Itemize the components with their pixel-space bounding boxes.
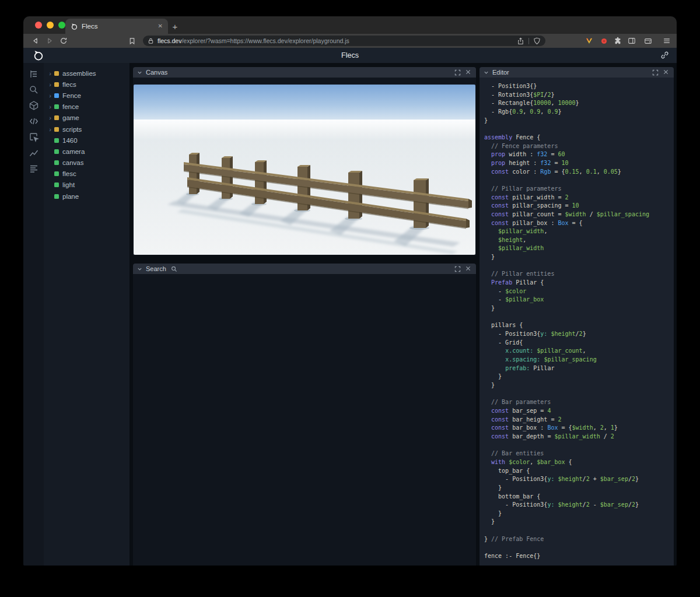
red-circle-extension-icon[interactable] xyxy=(599,34,608,48)
extensions-puzzle-icon[interactable] xyxy=(613,34,622,48)
code-line[interactable]: assembly Fence { xyxy=(484,134,674,142)
code-line[interactable]: } xyxy=(484,381,674,390)
code-line[interactable]: x.count: $pillar_count, xyxy=(484,347,674,356)
code-line[interactable] xyxy=(484,543,674,552)
tree-item-flecs[interactable]: ›flecs xyxy=(44,79,130,90)
chart-icon[interactable] xyxy=(29,148,39,158)
code-line[interactable]: x.spacing: $pillar_spacing xyxy=(484,356,674,364)
code-line[interactable] xyxy=(484,262,674,271)
tree-item-assemblies[interactable]: ›assemblies xyxy=(44,68,130,79)
code-line[interactable]: const pillar_count = $width / $pillar_sp… xyxy=(484,210,674,219)
code-line[interactable]: - Position3{y: $height/2 + $bar_sep/2} xyxy=(484,475,674,484)
close-panel-icon[interactable] xyxy=(466,266,472,272)
code-line[interactable]: const pillar_width = 2 xyxy=(484,194,674,202)
tree-item-fence[interactable]: ›fence xyxy=(44,101,130,113)
new-tab-button[interactable]: + xyxy=(168,19,182,34)
entities-cube-icon[interactable] xyxy=(29,100,39,111)
inspect-cursor-icon[interactable] xyxy=(29,132,39,142)
back-button[interactable] xyxy=(29,34,42,48)
bookmark-sidebar-icon[interactable] xyxy=(126,34,138,48)
expand-chevron-icon[interactable]: › xyxy=(47,92,53,99)
flecs-logo-icon[interactable] xyxy=(33,50,44,61)
address-bar[interactable]: flecs.dev/explorer/?wasm=https://www.fle… xyxy=(143,36,545,46)
close-panel-icon[interactable] xyxy=(663,69,670,76)
close-window-button[interactable] xyxy=(35,22,42,29)
code-line[interactable] xyxy=(484,313,674,322)
code-line[interactable]: // Fence parameters xyxy=(484,142,674,151)
entity-tree-icon[interactable] xyxy=(29,69,39,79)
v-extension-icon[interactable] xyxy=(584,34,594,48)
code-line[interactable]: } xyxy=(484,484,674,493)
code-line[interactable]: const bar_height = 2 xyxy=(484,416,674,424)
code-line[interactable] xyxy=(484,441,674,450)
expand-chevron-icon[interactable]: › xyxy=(47,126,53,133)
code-line[interactable]: // Pillar parameters xyxy=(484,185,674,194)
close-panel-icon[interactable] xyxy=(466,69,472,76)
code-line[interactable]: $pillar_width, xyxy=(484,227,674,236)
code-line[interactable]: } xyxy=(484,518,674,526)
search-panel-body[interactable] xyxy=(133,274,476,566)
code-line[interactable]: - Rgb{0.9, 0.9, 0.9} xyxy=(484,108,674,117)
code-line[interactable]: // Bar parameters xyxy=(484,398,674,407)
code-line[interactable]: } xyxy=(484,510,674,518)
code-line[interactable]: top_bar { xyxy=(484,467,674,476)
search-panel-header[interactable]: Search xyxy=(133,264,476,274)
code-line[interactable]: const bar_box : Box = {$width, 2, 1} xyxy=(484,424,674,433)
code-line[interactable]: } xyxy=(484,373,674,381)
tree-item-scripts[interactable]: ›scripts xyxy=(44,124,130,135)
code-line[interactable]: const bar_depth = $pillar_width / 2 xyxy=(484,433,674,441)
expand-chevron-icon[interactable]: › xyxy=(47,70,53,77)
code-line[interactable]: // Pillar entities xyxy=(484,270,674,279)
tree-item-light[interactable]: light xyxy=(44,180,130,191)
code-line[interactable]: } // Prefab Fence xyxy=(484,535,674,544)
code-line[interactable]: fence :- Fence{} xyxy=(484,552,674,561)
brave-shield-icon[interactable] xyxy=(533,37,541,45)
code-line[interactable]: } xyxy=(484,253,674,262)
expand-panel-icon[interactable] xyxy=(454,69,461,76)
code-line[interactable]: prop height : f32 = 10 xyxy=(484,159,674,168)
code-line[interactable]: - Position3{y: $height/2 - $bar_sep/2} xyxy=(484,501,674,510)
tree-item-1460[interactable]: 1460 xyxy=(44,135,130,146)
code-line[interactable]: - Position3{} xyxy=(484,82,674,91)
share-link-icon[interactable] xyxy=(660,51,670,60)
sidebar-toggle-icon[interactable] xyxy=(627,34,636,48)
tree-item-plane[interactable]: plane xyxy=(44,191,130,202)
code-editor[interactable]: - Position3{} - Rotation3{$PI/2} - Recta… xyxy=(480,78,674,566)
code-line[interactable]: // Bar entities xyxy=(484,449,674,458)
zoom-window-button[interactable] xyxy=(58,22,65,29)
chevron-down-icon[interactable] xyxy=(484,70,489,75)
code-line[interactable]: - $color xyxy=(484,287,674,296)
tree-item-flesc[interactable]: flesc xyxy=(44,168,130,180)
expand-chevron-icon[interactable]: › xyxy=(47,81,53,88)
code-line[interactable]: prefab: Pillar xyxy=(484,364,674,373)
tree-item-canvas[interactable]: canvas xyxy=(44,157,130,168)
search-icon[interactable] xyxy=(29,85,39,95)
tree-item-camera[interactable]: camera xyxy=(44,146,130,157)
url-text[interactable]: flecs.dev/explorer/?wasm=https://www.fle… xyxy=(158,37,517,44)
code-line[interactable]: pillars { xyxy=(484,321,674,330)
minimize-window-button[interactable] xyxy=(47,22,54,29)
editor-panel-header[interactable]: Editor xyxy=(480,67,674,78)
reload-button[interactable] xyxy=(57,34,70,48)
chevron-down-icon[interactable] xyxy=(137,70,142,75)
tree-item-Fence[interactable]: ›Fence xyxy=(44,90,130,101)
canvas-panel-header[interactable]: Canvas xyxy=(133,67,476,78)
code-line[interactable]: - Position3{y: $height/2} xyxy=(484,330,674,339)
code-line[interactable]: } xyxy=(484,304,674,313)
code-line[interactable]: - Rectangle{10000, 10000} xyxy=(484,99,674,108)
menu-hamburger-icon[interactable] xyxy=(662,34,672,48)
expand-panel-icon[interactable] xyxy=(454,266,461,272)
code-line[interactable] xyxy=(484,526,674,535)
share-icon[interactable] xyxy=(517,37,524,45)
code-line[interactable]: - Rotation3{$PI/2} xyxy=(484,91,674,100)
forward-button[interactable] xyxy=(43,34,56,48)
code-line[interactable]: const bar_sep = 4 xyxy=(484,407,674,416)
code-editor-icon[interactable] xyxy=(29,116,39,127)
3d-canvas-scene[interactable] xyxy=(134,85,475,255)
code-line[interactable]: const pillar_spacing = 10 xyxy=(484,202,674,210)
browser-tab[interactable]: Flecs ✕ xyxy=(65,19,168,34)
expand-panel-icon[interactable] xyxy=(652,69,659,76)
code-line[interactable] xyxy=(484,125,674,134)
expand-chevron-icon[interactable]: › xyxy=(47,114,53,121)
code-line[interactable]: prop width : f32 = 60 xyxy=(484,150,674,159)
